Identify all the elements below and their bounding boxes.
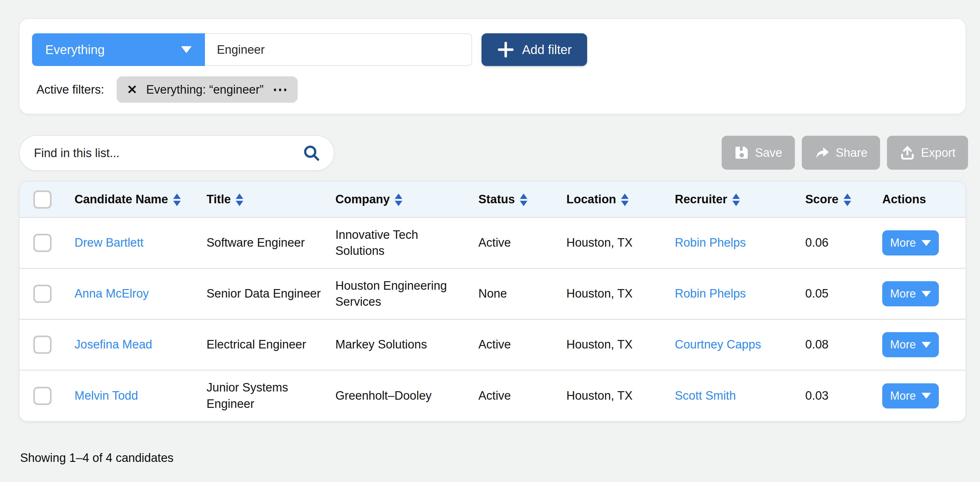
table-row: Josefina Mead Electrical Engineer Markey… [19,319,966,370]
export-upload-icon [900,145,915,161]
sort-icon [395,194,402,206]
chevron-down-icon [921,342,931,348]
export-button[interactable]: Export [887,136,968,170]
score-cell: 0.03 [805,370,882,421]
column-header-location[interactable]: Location [566,181,675,218]
chevron-down-icon [921,291,931,297]
checkbox-cell [19,370,75,421]
column-header-score[interactable]: Score [805,181,882,218]
share-button[interactable]: Share [802,136,880,170]
status-cell: Active [478,319,566,370]
company-cell: Houston Engineering Services [336,268,478,319]
save-button[interactable]: Save [722,136,795,170]
company-cell: Innovative Tech Solutions [336,218,478,268]
status-cell: Active [478,218,566,268]
candidate-name-cell: Melvin Todd [75,370,207,421]
recruiter-cell: Robin Phelps [675,268,805,319]
search-icon[interactable] [303,145,320,162]
title-cell: Electrical Engineer [207,319,336,370]
share-arrow-icon [815,145,830,161]
candidate-name-cell: Anna McElroy [75,268,207,319]
candidate-name-cell: Josefina Mead [75,319,207,370]
row-checkbox[interactable] [33,285,51,303]
sort-icon [173,194,181,206]
recruiter-cell: Courtney Capps [675,319,805,370]
column-header-title[interactable]: Title [207,181,336,218]
column-header-status[interactable]: Status [478,181,566,218]
filter-combo: Everything [32,33,472,66]
title-cell: Software Engineer [207,218,336,268]
more-label: More [890,287,916,301]
candidate-name-link[interactable]: Josefina Mead [75,338,152,351]
column-label: Location [566,192,616,206]
table-row: Melvin Todd Junior Systems Engineer Gree… [19,370,966,421]
select-all-checkbox[interactable] [33,191,51,208]
column-header-actions: Actions [882,181,966,218]
save-icon [734,145,749,160]
location-cell: Houston, TX [566,218,675,268]
recruiter-link[interactable]: Robin Phelps [675,287,746,300]
status-cell: None [478,268,566,319]
column-header-recruiter[interactable]: Recruiter [675,181,805,218]
more-actions-button[interactable]: More [882,281,939,306]
column-label: Company [336,192,390,206]
column-label: Recruiter [675,192,727,206]
add-filter-label: Add filter [522,43,572,57]
plus-icon [497,41,514,59]
location-cell: Houston, TX [566,319,675,370]
filter-keyword-input[interactable] [205,33,472,66]
header-checkbox-cell [19,181,75,218]
more-actions-button[interactable]: More [882,332,939,357]
column-label: Score [805,192,838,206]
candidate-name-link[interactable]: Melvin Todd [75,389,138,402]
candidates-table: Candidate Name Title Company Status Loca… [19,181,966,421]
row-checkbox[interactable] [33,234,51,252]
status-cell: Active [478,370,566,421]
sort-icon [843,194,851,206]
recruiter-link[interactable]: Robin Phelps [675,236,746,249]
more-actions-button[interactable]: More [882,383,939,409]
active-filters-row: Active filters: ✕ Everything: “engineer”… [37,76,298,103]
column-header-company[interactable]: Company [336,181,478,218]
row-checkbox[interactable] [33,387,51,405]
more-label: More [890,338,916,351]
recruiter-cell: Robin Phelps [675,218,805,268]
more-label: More [890,389,916,402]
recruiter-link[interactable]: Courtney Capps [675,338,761,351]
export-label: Export [921,146,956,160]
find-in-list-input[interactable] [33,146,303,160]
candidate-name-link[interactable]: Anna McElroy [75,287,149,300]
row-checkbox[interactable] [33,336,51,354]
recruiter-link[interactable]: Scott Smith [675,389,736,402]
candidate-name-link[interactable]: Drew Bartlett [75,236,144,249]
active-filters-label: Active filters: [37,83,104,97]
add-filter-button[interactable]: Add filter [482,33,587,66]
remove-filter-icon[interactable]: ✕ [127,83,137,96]
location-cell: Houston, TX [566,370,675,421]
active-filter-chip[interactable]: ✕ Everything: “engineer” ⋯ [117,76,298,103]
filter-category-dropdown[interactable]: Everything [32,33,205,66]
save-label: Save [755,146,782,160]
title-cell: Junior Systems Engineer [207,370,336,421]
score-cell: 0.05 [805,268,882,319]
location-cell: Houston, TX [566,268,675,319]
checkbox-cell [19,268,75,319]
checkbox-cell [19,319,75,370]
chip-more-options-icon[interactable]: ⋯ [272,86,288,93]
title-cell: Senior Data Engineer [207,268,336,319]
find-in-list-pill [19,135,334,171]
column-label: Status [478,192,515,206]
more-actions-button[interactable]: More [882,230,939,255]
active-filter-chip-label: Everything: “engineer” [146,83,264,97]
company-cell: Greenholt–Dooley [336,370,478,421]
candidate-name-cell: Drew Bartlett [75,218,207,268]
sort-icon [236,194,243,206]
table-row: Drew Bartlett Software Engineer Innovati… [19,218,966,268]
column-header-candidate-name[interactable]: Candidate Name [75,181,207,218]
recruiter-cell: Scott Smith [675,370,805,421]
filter-card: Everything Add filter Active filters: ✕ … [19,18,966,115]
more-label: More [890,236,916,250]
page: Everything Add filter Active filters: ✕ … [0,0,980,482]
score-cell: 0.08 [805,319,882,370]
chevron-down-icon [921,393,931,399]
